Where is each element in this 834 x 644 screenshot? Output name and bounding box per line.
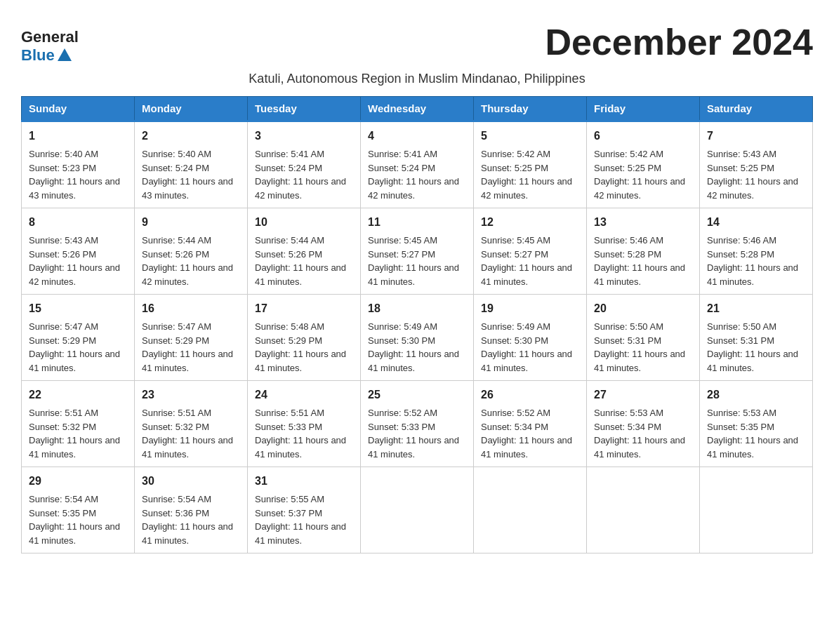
week-row-3: 15Sunrise: 5:47 AMSunset: 5:29 PMDayligh… [22,295,813,381]
calendar-cell: 18Sunrise: 5:49 AMSunset: 5:30 PMDayligh… [361,295,474,381]
day-number: 4 [368,128,466,145]
calendar-cell [587,467,700,554]
calendar-cell: 25Sunrise: 5:52 AMSunset: 5:33 PMDayligh… [361,381,474,467]
logo-general-text: General [21,28,79,46]
day-number: 10 [255,214,353,231]
day-number: 14 [707,214,805,231]
day-number: 27 [594,387,692,403]
weekday-header-row: SundayMondayTuesdayWednesdayThursdayFrid… [22,97,813,121]
day-number: 11 [368,214,466,231]
day-number: 25 [368,387,466,403]
calendar-cell: 1Sunrise: 5:40 AMSunset: 5:23 PMDaylight… [22,121,135,208]
calendar-cell: 31Sunrise: 5:55 AMSunset: 5:37 PMDayligh… [248,467,361,554]
day-number: 17 [255,300,353,317]
day-number: 13 [594,214,692,231]
calendar-cell: 11Sunrise: 5:45 AMSunset: 5:27 PMDayligh… [361,208,474,295]
weekday-header-wednesday: Wednesday [361,97,474,121]
calendar-cell: 22Sunrise: 5:51 AMSunset: 5:32 PMDayligh… [22,381,135,467]
calendar-cell: 29Sunrise: 5:54 AMSunset: 5:35 PMDayligh… [22,467,135,554]
day-number: 18 [368,300,466,317]
calendar-cell: 26Sunrise: 5:52 AMSunset: 5:34 PMDayligh… [474,381,587,467]
day-number: 20 [594,300,692,317]
day-number: 21 [707,300,805,317]
calendar-table: SundayMondayTuesdayWednesdayThursdayFrid… [21,96,813,554]
day-number: 8 [29,214,127,231]
weekday-header-tuesday: Tuesday [248,97,361,121]
calendar-cell: 24Sunrise: 5:51 AMSunset: 5:33 PMDayligh… [248,381,361,467]
day-number: 23 [142,387,240,403]
calendar-cell: 4Sunrise: 5:41 AMSunset: 5:24 PMDaylight… [361,121,474,208]
weekday-header-monday: Monday [135,97,248,121]
day-number: 1 [29,128,127,145]
day-number: 31 [255,473,353,490]
calendar-cell: 8Sunrise: 5:43 AMSunset: 5:26 PMDaylight… [22,208,135,295]
day-number: 6 [594,128,692,145]
day-number: 22 [29,387,127,403]
day-number: 3 [255,128,353,145]
calendar-cell: 5Sunrise: 5:42 AMSunset: 5:25 PMDaylight… [474,121,587,208]
calendar-cell: 3Sunrise: 5:41 AMSunset: 5:24 PMDaylight… [248,121,361,208]
calendar-cell: 17Sunrise: 5:48 AMSunset: 5:29 PMDayligh… [248,295,361,381]
day-number: 2 [142,128,240,145]
calendar-cell [361,467,474,554]
day-number: 28 [707,387,805,403]
calendar-cell: 19Sunrise: 5:49 AMSunset: 5:30 PMDayligh… [474,295,587,381]
calendar-cell: 27Sunrise: 5:53 AMSunset: 5:34 PMDayligh… [587,381,700,467]
calendar-cell: 21Sunrise: 5:50 AMSunset: 5:31 PMDayligh… [700,295,813,381]
day-number: 29 [29,473,127,490]
calendar-cell: 30Sunrise: 5:54 AMSunset: 5:36 PMDayligh… [135,467,248,554]
calendar-cell: 13Sunrise: 5:46 AMSunset: 5:28 PMDayligh… [587,208,700,295]
week-row-1: 1Sunrise: 5:40 AMSunset: 5:23 PMDaylight… [22,121,813,208]
calendar-cell: 16Sunrise: 5:47 AMSunset: 5:29 PMDayligh… [135,295,248,381]
calendar-cell: 14Sunrise: 5:46 AMSunset: 5:28 PMDayligh… [700,208,813,295]
weekday-header-sunday: Sunday [22,97,135,121]
day-number: 16 [142,300,240,317]
month-title: December 2024 [79,21,813,63]
calendar-cell: 2Sunrise: 5:40 AMSunset: 5:24 PMDaylight… [135,121,248,208]
logo-blue-text: Blue [21,46,72,65]
logo-triangle-icon [58,48,72,61]
weekday-header-thursday: Thursday [474,97,587,121]
page-header: General Blue December 2024 [21,21,813,65]
calendar-subtitle: Katuli, Autonomous Region in Muslim Mind… [21,72,813,86]
day-number: 30 [142,473,240,490]
calendar-cell [474,467,587,554]
calendar-cell [700,467,813,554]
day-number: 15 [29,300,127,317]
weekday-header-saturday: Saturday [700,97,813,121]
day-number: 19 [481,300,579,317]
calendar-cell: 23Sunrise: 5:51 AMSunset: 5:32 PMDayligh… [135,381,248,467]
week-row-4: 22Sunrise: 5:51 AMSunset: 5:32 PMDayligh… [22,381,813,467]
day-number: 9 [142,214,240,231]
day-number: 12 [481,214,579,231]
calendar-cell: 15Sunrise: 5:47 AMSunset: 5:29 PMDayligh… [22,295,135,381]
calendar-cell: 28Sunrise: 5:53 AMSunset: 5:35 PMDayligh… [700,381,813,467]
calendar-cell: 9Sunrise: 5:44 AMSunset: 5:26 PMDaylight… [135,208,248,295]
day-number: 7 [707,128,805,145]
calendar-cell: 12Sunrise: 5:45 AMSunset: 5:27 PMDayligh… [474,208,587,295]
calendar-cell: 10Sunrise: 5:44 AMSunset: 5:26 PMDayligh… [248,208,361,295]
day-number: 26 [481,387,579,403]
weekday-header-friday: Friday [587,97,700,121]
week-row-2: 8Sunrise: 5:43 AMSunset: 5:26 PMDaylight… [22,208,813,295]
calendar-cell: 20Sunrise: 5:50 AMSunset: 5:31 PMDayligh… [587,295,700,381]
day-number: 24 [255,387,353,403]
week-row-5: 29Sunrise: 5:54 AMSunset: 5:35 PMDayligh… [22,467,813,554]
calendar-cell: 6Sunrise: 5:42 AMSunset: 5:25 PMDaylight… [587,121,700,208]
day-number: 5 [481,128,579,145]
calendar-cell: 7Sunrise: 5:43 AMSunset: 5:25 PMDaylight… [700,121,813,208]
logo: General Blue [21,21,79,65]
